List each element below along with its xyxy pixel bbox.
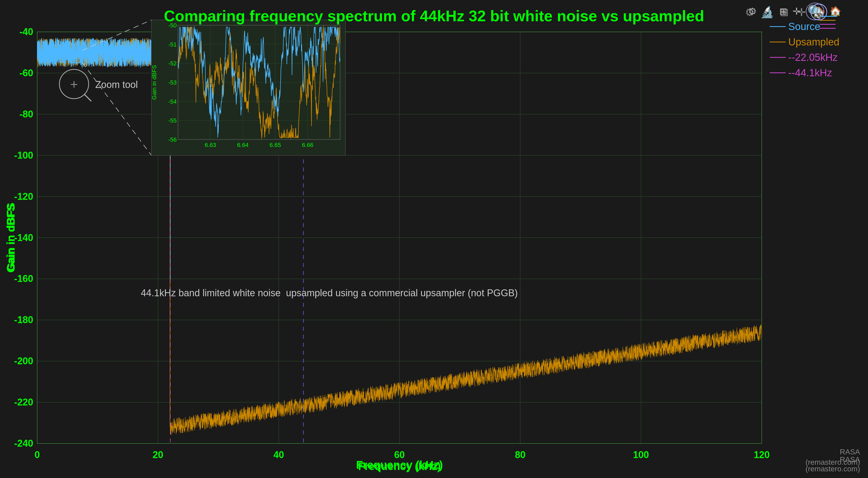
legend-441khz-line	[819, 28, 836, 29]
tool-icon-1[interactable]: ⚙	[748, 6, 757, 17]
legend-22khz	[819, 24, 839, 25]
watermark: RASA(remastero.com)	[806, 447, 860, 467]
legend-source	[819, 16, 839, 17]
chart-legend	[819, 16, 839, 29]
tool-icon-3[interactable]: ⊞	[779, 6, 787, 17]
home-icon[interactable]: 🏠	[830, 6, 841, 17]
tool-icon-2[interactable]: 🔬	[762, 6, 774, 17]
legend-22khz-line	[819, 24, 836, 25]
legend-441khz	[819, 28, 839, 29]
legend-upsampled	[819, 20, 839, 21]
legend-source-line	[819, 16, 836, 17]
tool-icon-4[interactable]: ✛	[793, 6, 801, 17]
legend-upsampled-line	[819, 20, 836, 21]
